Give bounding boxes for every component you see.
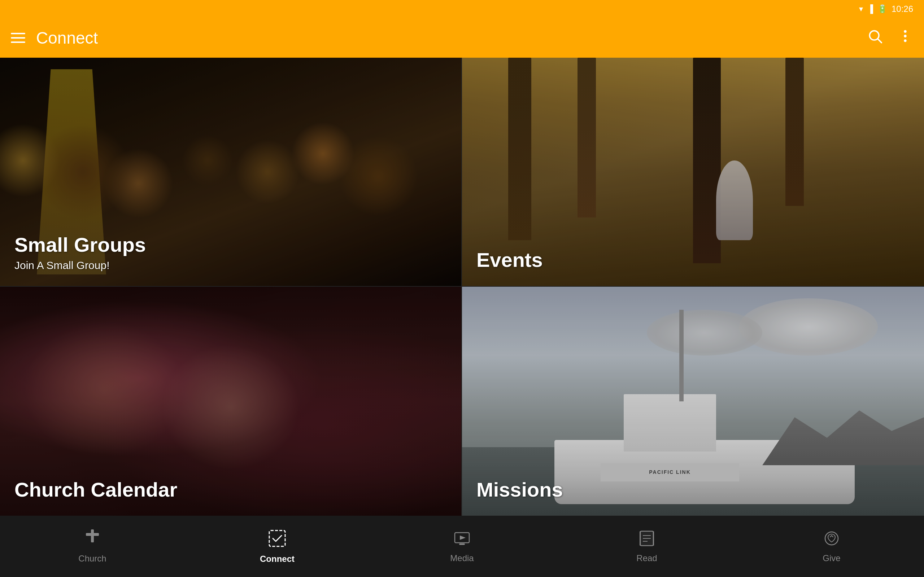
church-calendar-title: Church Calendar	[15, 478, 447, 501]
bottom-navigation: Church Connect Media	[0, 516, 924, 577]
events-label: Events	[462, 234, 924, 286]
small-groups-tile[interactable]: Small Groups Join A Small Group!	[0, 58, 462, 287]
cross-icon	[84, 529, 100, 550]
svg-line-1	[878, 39, 881, 43]
small-groups-label: Small Groups Join A Small Group!	[0, 219, 461, 286]
battery-icon: 🔋	[877, 4, 887, 14]
status-bar: ▾ ▐ 🔋 10:26	[0, 0, 924, 18]
church-calendar-label: Church Calendar	[0, 463, 461, 516]
missions-title: Missions	[477, 478, 909, 501]
nav-connect[interactable]: Connect	[185, 516, 370, 577]
menu-button[interactable]	[11, 33, 25, 43]
small-groups-title: Small Groups	[15, 233, 447, 256]
nav-read-label: Read	[636, 553, 657, 563]
svg-point-2	[904, 30, 906, 33]
app-title: Connect	[36, 28, 98, 48]
svg-rect-16	[640, 531, 641, 546]
nav-church-label: Church	[78, 554, 106, 564]
svg-rect-6	[86, 533, 99, 536]
app-bar: Connect	[0, 18, 924, 58]
status-time: 10:26	[892, 4, 913, 14]
nav-media-label: Media	[450, 553, 473, 563]
church-calendar-tile[interactable]: Church Calendar	[0, 287, 462, 516]
nav-church[interactable]: Church	[0, 516, 185, 577]
small-groups-subtitle: Join A Small Group!	[15, 259, 447, 272]
main-content-grid: Small Groups Join A Small Group! Events …	[0, 58, 924, 516]
media-icon	[453, 530, 471, 550]
svg-rect-17	[653, 531, 654, 546]
read-icon	[638, 530, 656, 550]
events-tile[interactable]: Events	[462, 58, 924, 287]
nav-read[interactable]: Read	[554, 516, 739, 577]
give-icon	[823, 530, 840, 550]
missions-label: Missions	[462, 463, 924, 516]
search-button[interactable]	[867, 28, 883, 48]
connect-icon	[268, 529, 287, 550]
nav-connect-label: Connect	[260, 554, 294, 564]
nav-give[interactable]: Give	[739, 516, 924, 577]
more-options-button[interactable]	[897, 28, 913, 48]
wifi-icon: ▾	[859, 4, 863, 14]
nav-give-label: Give	[822, 553, 840, 563]
svg-point-3	[904, 35, 906, 37]
nav-media[interactable]: Media	[370, 516, 554, 577]
signal-icon: ▐	[867, 4, 873, 14]
events-title: Events	[477, 248, 909, 272]
svg-rect-7	[269, 530, 285, 546]
svg-marker-9	[460, 535, 465, 540]
svg-point-4	[904, 39, 906, 42]
missions-tile[interactable]: PACIFIC LINK Missions	[462, 287, 924, 516]
svg-rect-10	[459, 543, 465, 545]
